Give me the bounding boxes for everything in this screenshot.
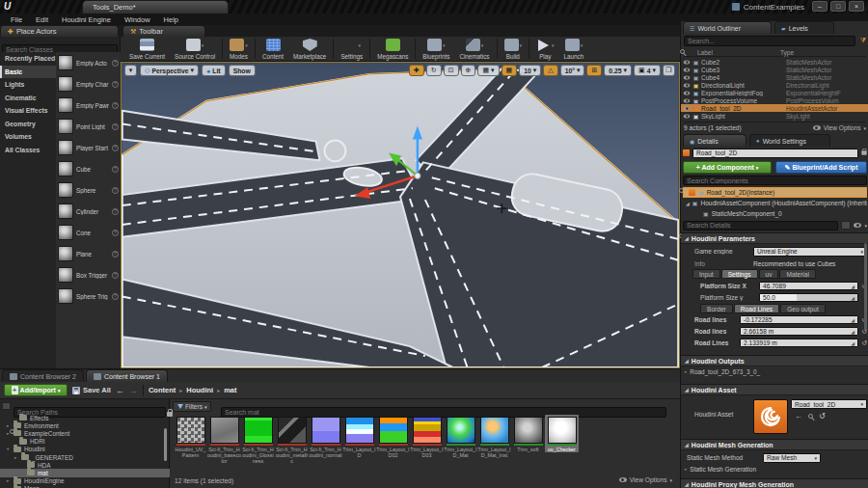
sources-toggle-icon[interactable] — [2, 402, 11, 410]
details-scrollbar[interactable] — [864, 243, 867, 330]
toolbar-button[interactable]: ▾ Build — [500, 37, 528, 61]
folder-expander-icon[interactable]: ▾ — [7, 447, 11, 451]
rotate-tool-button[interactable]: ↻ — [426, 65, 442, 76]
actor-item[interactable]: Sphere ? — [56, 179, 121, 201]
folder-row[interactable]: HDRI — [0, 438, 170, 446]
asset-item[interactable]: Sci-fi_Trim_Houdini_Glossiness — [241, 415, 275, 464]
help-icon[interactable]: ? — [112, 293, 119, 300]
road-sub-tab[interactable]: Border — [700, 304, 733, 313]
filters-button[interactable]: Filters▾ — [173, 401, 211, 412]
actor-item[interactable]: Player Start ? — [56, 137, 121, 158]
platform-size-y-field[interactable]: 50.0◢ — [759, 293, 858, 302]
static-mesh-method-dropdown[interactable]: Raw Mesh▾ — [763, 453, 821, 463]
translate-tool-button[interactable]: ✚ — [409, 65, 424, 76]
platform-size-x-field[interactable]: 46.7089◢ — [759, 282, 858, 290]
surface-snap-toggle[interactable]: ▦▾ — [477, 65, 499, 76]
show-button[interactable]: Show — [229, 65, 256, 76]
road-lines-field[interactable]: 2.66158 m◢ — [740, 327, 858, 336]
chevron-down-icon[interactable]: ▾ — [245, 42, 248, 48]
asset-item[interactable]: Sci-fi_Trim_Houdini_basecolor — [207, 415, 241, 464]
add-import-button[interactable]: + Add/Import▾ — [4, 384, 68, 396]
actor-name-field[interactable]: Road_tool_2D — [692, 149, 858, 158]
road-lines-field[interactable]: 2.133919 m◢ — [740, 339, 858, 347]
help-icon[interactable]: ? — [112, 251, 119, 258]
viewport-options-button[interactable]: ▾ — [124, 65, 137, 76]
window-control-button[interactable]: □ — [830, 1, 846, 12]
road-sub-tab[interactable]: Road Lines — [734, 304, 779, 313]
actor-item[interactable]: Point Light ? — [56, 116, 121, 137]
parameter-tab[interactable]: Input — [692, 269, 720, 279]
window-control-button[interactable]: – — [812, 1, 827, 12]
perspective-button[interactable]: ◇ Perspective▾ — [140, 65, 199, 76]
toolbar-button[interactable]: ▾ Modes — [225, 37, 253, 61]
rotation-snap-toggle[interactable]: △ — [543, 65, 557, 76]
toolbar-button[interactable]: ▾ Launch — [559, 37, 589, 61]
visibility-eye-icon[interactable] — [684, 114, 690, 118]
folder-row[interactable]: ▸ _GENERATED — [0, 453, 170, 461]
expander-icon[interactable]: ▸ — [685, 467, 687, 472]
chevron-down-icon[interactable]: ▾ — [359, 42, 362, 48]
static-mesh-generation-row[interactable]: ▸ Static Mesh Generation — [685, 466, 756, 473]
chevron-down-icon[interactable]: ▾ — [552, 42, 555, 48]
toolbar-button[interactable]: ▾ Cinematics — [454, 37, 494, 61]
visibility-eye-icon[interactable] — [684, 75, 690, 79]
tab-toolbar[interactable]: ⚒ Toolbar — [122, 25, 205, 37]
actor-item[interactable]: Cube ? — [56, 158, 121, 179]
game-engine-dropdown[interactable]: Unreal Engine▾ — [753, 247, 867, 257]
grid-snap-toggle[interactable]: ▦ — [502, 65, 518, 76]
category-item[interactable]: Recently Placed — [0, 52, 56, 66]
component-row[interactable]: ▣ StaticMeshComponent_0 — [683, 208, 867, 219]
component-row[interactable]: ◢ ▣ HoudiniAssetComponent (HoudiniAssetC… — [683, 198, 867, 208]
visibility-eye-icon[interactable] — [684, 68, 690, 71]
content-browser-tab[interactable]: Content Browser 1 — [86, 369, 168, 382]
outliner-view-options[interactable]: View Options▾ — [813, 124, 866, 131]
houdini-asset-header[interactable]: ◢Houdini Asset — [681, 384, 868, 395]
chevron-down-icon[interactable]: ▾ — [481, 42, 484, 48]
category-item[interactable]: Lights — [0, 78, 56, 92]
outliner-search-input[interactable] — [684, 36, 855, 46]
chevron-down-icon[interactable]: ▾ — [520, 42, 523, 48]
expander-icon[interactable]: ◢ — [686, 201, 690, 206]
rotation-snap-value[interactable]: 10°▾ — [560, 65, 585, 76]
toolbar-button[interactable]: ▾ Source Control — [170, 37, 220, 61]
help-icon[interactable]: ? — [112, 145, 119, 151]
folder-row[interactable]: ▸ ExampleContent — [0, 429, 170, 437]
outliner-row[interactable]: ▣ Cube3 StaticMeshActor — [681, 66, 868, 73]
houdini-mesh-generation-header[interactable]: ◢Houdini Mesh Generation — [681, 439, 868, 450]
help-icon[interactable]: ? — [112, 102, 119, 109]
menu-item[interactable]: Edit — [29, 15, 55, 24]
camera-speed[interactable]: ▣4▾ — [634, 65, 661, 76]
breadcrumb-item[interactable]: Houdini▸ — [186, 386, 220, 394]
toolbar-button[interactable]: Save Current — [124, 37, 170, 61]
help-icon[interactable]: ? — [112, 230, 119, 236]
expander-icon[interactable]: ▸ — [685, 369, 687, 374]
road-sub-tab[interactable]: Geo output — [780, 304, 826, 313]
parameter-tab[interactable]: uv — [759, 269, 779, 279]
scale-snap-value[interactable]: 0.25▾ — [604, 65, 632, 76]
assets-view-options[interactable]: View Options▾ — [619, 476, 672, 483]
actor-item[interactable]: Cone ? — [56, 222, 121, 243]
help-icon[interactable]: ? — [112, 60, 119, 67]
menu-item[interactable]: File — [4, 15, 29, 24]
tab-details[interactable]: ◉ Details — [683, 134, 746, 147]
visibility-eye-icon[interactable] — [684, 98, 690, 102]
folder-row[interactable]: mat — [0, 469, 170, 476]
menu-item[interactable]: Window — [118, 15, 157, 24]
folder-row[interactable]: ▸ Environment — [0, 421, 170, 429]
menu-item[interactable]: Help — [157, 15, 185, 24]
tab-world-outliner[interactable]: ☰ World Outliner — [683, 21, 772, 34]
help-icon[interactable]: ? — [112, 208, 119, 215]
tab-levels[interactable]: ▰ Levels — [774, 21, 834, 34]
add-component-button[interactable]: + Add Component▾ — [683, 161, 772, 174]
parameter-tab[interactable]: Settings — [721, 269, 758, 279]
search-components-input[interactable] — [683, 176, 867, 185]
folder-expander-icon[interactable]: ▸ — [14, 455, 18, 460]
lit-button[interactable]: ● Lit — [202, 65, 226, 76]
category-item[interactable]: Visual Effects — [0, 104, 56, 118]
asset-item[interactable]: Trim_Layout_ID — [342, 415, 376, 458]
tab-place-actors[interactable]: ✚ Place Actors — [0, 25, 119, 37]
folder-row[interactable]: HDA — [0, 461, 170, 469]
search-details-input[interactable] — [683, 221, 838, 230]
outliner-row[interactable]: ▣ Cube4 StaticMeshActor — [681, 73, 868, 81]
asset-item[interactable]: Sci-fi_Trim_Houdini_normal — [309, 415, 342, 458]
